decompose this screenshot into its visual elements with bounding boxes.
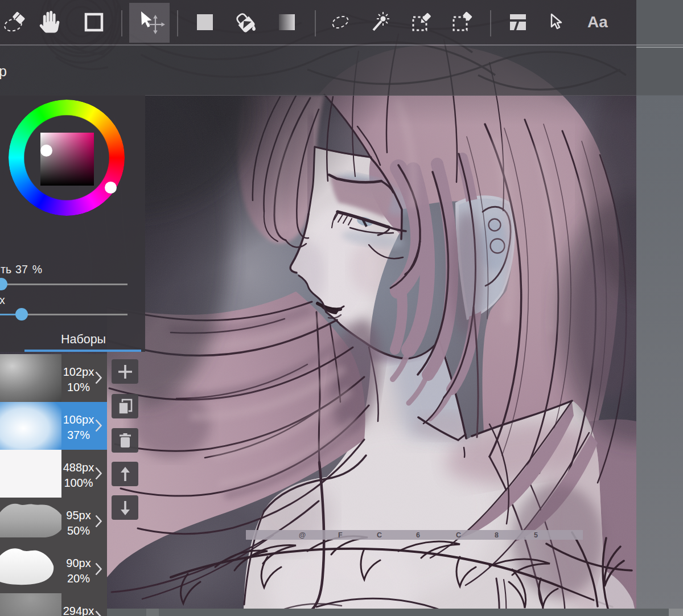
delete-brush-button[interactable] <box>112 428 138 453</box>
brush-item[interactable]: 488px100% <box>0 450 107 498</box>
move-brush-up-button[interactable] <box>112 462 138 486</box>
app-window: Aa p ть37% х Наборы 102px10% 106px37% 48… <box>0 0 683 616</box>
opacity-unit: % <box>32 263 42 276</box>
hand-icon <box>39 11 61 34</box>
arrow-down-icon <box>118 500 133 516</box>
saturation-value-square[interactable] <box>40 133 94 186</box>
watermark-char: 8 <box>495 531 499 539</box>
hue-handle[interactable] <box>105 182 117 194</box>
toolbar-divider <box>315 10 316 36</box>
bottom-scrollbar-corner <box>669 609 683 616</box>
pointer-tool[interactable] <box>545 0 568 44</box>
magic-wand-icon <box>369 11 392 34</box>
plus-icon <box>117 364 133 380</box>
brush-item[interactable]: 90px20% <box>0 545 107 593</box>
chevron-right-icon <box>95 419 102 432</box>
select-pen-icon <box>410 11 433 34</box>
move-tool[interactable] <box>132 0 167 44</box>
sv-handle[interactable] <box>40 145 52 157</box>
bottom-scrollbar-thumb[interactable] <box>146 609 159 616</box>
text-tool-label: Aa <box>587 13 608 31</box>
secondary-bar-label: p <box>0 63 7 80</box>
opacity-slider-track[interactable] <box>0 284 127 285</box>
watermark-char: C <box>377 531 382 539</box>
brush-item[interactable]: 294px <box>0 593 107 616</box>
pasteboard-strip <box>636 0 683 616</box>
gradient-tool[interactable] <box>275 0 298 44</box>
secondary-bar <box>0 46 636 96</box>
chevron-right-icon <box>95 371 102 384</box>
watermark-char: 6 <box>416 531 420 539</box>
chevron-right-icon <box>95 610 102 616</box>
watermark-char: C <box>456 531 461 539</box>
rect-select-tool[interactable] <box>81 0 106 44</box>
chevron-right-icon <box>95 562 102 576</box>
select-eraser-tool[interactable] <box>449 0 474 44</box>
divide-icon <box>509 14 526 31</box>
move-cursor-icon <box>134 9 166 36</box>
add-brush-button[interactable] <box>112 359 138 384</box>
chevron-right-icon <box>95 467 102 480</box>
toolbar-divider <box>490 10 491 36</box>
text-tool[interactable]: Aa <box>582 0 614 44</box>
brush-item[interactable]: 102px10% <box>0 354 107 402</box>
eraser-select-tool[interactable] <box>1 0 28 44</box>
brush-list: 102px10% 106px37% 488px100% 95px50% 90px… <box>0 354 107 616</box>
size-label: х <box>0 294 5 307</box>
lasso-tool[interactable] <box>328 0 352 44</box>
gradient-icon <box>278 14 295 31</box>
brush-item[interactable]: 106px37% <box>0 402 107 450</box>
arrow-up-icon <box>118 466 133 482</box>
pointer-icon <box>549 13 564 31</box>
bottom-scrollbar[interactable] <box>107 609 683 616</box>
bucket-icon <box>235 11 257 33</box>
bucket-tool[interactable] <box>233 0 258 44</box>
tab-presets[interactable]: Наборы <box>22 332 145 347</box>
select-eraser-icon <box>450 11 473 34</box>
opacity-label-text: ть <box>1 263 11 276</box>
select-pen-tool[interactable] <box>409 0 434 44</box>
trash-icon <box>118 433 132 449</box>
brush-item[interactable]: 95px50% <box>0 498 107 545</box>
opacity-value: 37 <box>15 263 28 276</box>
divide-tool[interactable] <box>505 0 530 44</box>
eraser-select-icon <box>2 11 27 34</box>
duplicate-brush-button[interactable] <box>112 394 138 418</box>
lasso-icon <box>329 13 351 31</box>
rect-select-icon <box>84 13 104 32</box>
fill-rect-icon <box>196 14 213 31</box>
opacity-label: ть37% <box>1 263 42 276</box>
move-brush-down-button[interactable] <box>112 495 138 520</box>
toolbar-divider <box>177 10 178 36</box>
watermark-char: F <box>338 531 343 539</box>
watermark-char: 5 <box>534 531 538 539</box>
hand-tool[interactable] <box>38 0 63 44</box>
fill-rect-tool[interactable] <box>194 0 216 44</box>
watermark-char: @ <box>299 531 306 539</box>
duplicate-icon <box>118 399 133 414</box>
size-slider-knob[interactable] <box>15 308 28 321</box>
toolbar-divider <box>121 10 122 36</box>
watermark-bar: @FC6C85 <box>246 530 583 540</box>
tab-underline <box>24 350 141 352</box>
magic-wand-tool[interactable] <box>368 0 393 44</box>
chevron-right-icon <box>95 515 102 528</box>
